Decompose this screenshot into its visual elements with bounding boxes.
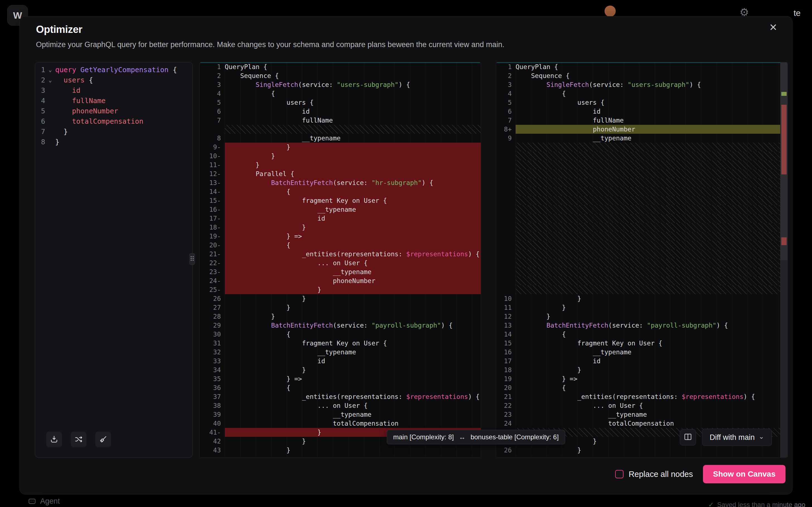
diff-filler-line xyxy=(496,223,788,232)
graphql-query-editor[interactable]: 1⌄query GetYearlyCompensation {2⌄ users … xyxy=(35,62,193,458)
plan-line: 2 Sequence { xyxy=(496,71,788,80)
plan-line: 24- phoneNumber xyxy=(200,276,481,285)
plan-line: 10 } xyxy=(496,294,788,303)
plan-line: 21- _entities(representations: $represen… xyxy=(200,249,481,259)
plan-line: 34 } xyxy=(200,365,481,375)
plan-line: 16 __typename xyxy=(496,348,788,356)
fold-spacer xyxy=(45,85,55,96)
plan-line: 35 } => xyxy=(200,375,481,383)
diff-filler-line xyxy=(496,169,788,178)
plan-line: 37 _entities(representations: $represent… xyxy=(200,392,481,401)
plan-line: 25- } xyxy=(200,285,481,294)
show-on-canvas-button[interactable]: Show on Canvas xyxy=(703,465,785,483)
diff-filler-line xyxy=(496,276,788,285)
diff-dropdown-label: Diff with main xyxy=(710,433,755,442)
download-button[interactable] xyxy=(46,432,62,447)
plan-line: 27 } xyxy=(200,303,481,312)
plan-line: 30 { xyxy=(200,330,481,339)
plan-line: 28 } xyxy=(200,312,481,321)
plan-line: 6 id xyxy=(200,107,481,116)
plan-line: 18- } xyxy=(200,223,481,232)
plan-line: 7 fullName xyxy=(200,116,481,125)
diff-filler-line xyxy=(496,232,788,241)
diff-filler-line xyxy=(496,196,788,205)
diff-change-indicator xyxy=(496,62,788,63)
plan-line: 31 fragment Key on User { xyxy=(200,339,481,348)
agent-label: Agent xyxy=(40,497,60,506)
diff-filler-line xyxy=(496,152,788,161)
plan-line: 13- BatchEntityFetch(service: "hr-subgra… xyxy=(200,178,481,187)
plan-line: 11- } xyxy=(200,161,481,169)
query-line: 2⌄ users { xyxy=(35,75,192,85)
plan-line: 29 BatchEntityFetch(service: "payroll-su… xyxy=(200,321,481,330)
plan-line: 4 { xyxy=(496,89,788,98)
query-plan-current[interactable]: 1QueryPlan {2 Sequence {3 SingleFetch(se… xyxy=(199,62,481,458)
plan-line: 23 __typename xyxy=(496,410,788,419)
replace-all-nodes-label: Replace all nodes xyxy=(628,470,693,479)
query-line: 8} xyxy=(35,137,192,147)
chevron-down-icon: ⌄ xyxy=(759,433,764,440)
fold-spacer xyxy=(45,106,55,116)
plan-line: 14- { xyxy=(200,187,481,196)
diff-overview-ruler[interactable] xyxy=(780,62,788,457)
download-icon xyxy=(50,435,58,444)
diff-filler-line xyxy=(200,125,481,134)
close-icon[interactable]: × xyxy=(765,19,781,35)
plan-line: 22- ... on User { xyxy=(200,259,481,268)
modal-footer: Replace all nodes Show on Canvas xyxy=(615,464,785,484)
diff-filler-line xyxy=(496,161,788,169)
shuffle-button[interactable] xyxy=(71,432,87,447)
save-status: ✓ Saved less than a minute ago xyxy=(708,501,805,507)
plan-line: 19 } => xyxy=(496,375,788,383)
clean-button[interactable] xyxy=(95,432,111,447)
diff-filler-line xyxy=(496,241,788,249)
plan-line: 10- } xyxy=(200,152,481,161)
fold-chevron-icon[interactable]: ⌄ xyxy=(45,75,55,85)
modal-subtitle: Optimize your GraphQL query for better p… xyxy=(36,40,504,49)
diff-filler-line xyxy=(496,205,788,214)
diff-with-dropdown[interactable]: Diff with main ⌄ xyxy=(702,429,772,446)
plan-line: 14 { xyxy=(496,330,788,339)
save-status-text: Saved less than a minute ago xyxy=(717,501,805,507)
query-plan-main[interactable]: 1QueryPlan {2 Sequence {3 SingleFetch(se… xyxy=(496,62,788,458)
plan-line: 9 __typename xyxy=(496,134,788,143)
left-right-arrow-icon: ↔ xyxy=(459,433,465,441)
broom-icon xyxy=(99,435,107,444)
plan-line: 22 ... on User { xyxy=(496,401,788,410)
fold-spacer xyxy=(45,116,55,126)
shuffle-icon xyxy=(74,435,83,444)
query-line: 1⌄query GetYearlyCompensation { xyxy=(35,65,192,75)
plan-line: 2 Sequence { xyxy=(200,71,481,80)
plan-line: 5 users { xyxy=(496,98,788,107)
fold-chevron-icon[interactable]: ⌄ xyxy=(45,65,55,75)
plan-line: 7 fullName xyxy=(496,116,788,125)
diff-filler-line xyxy=(496,143,788,152)
minimap-added-marker xyxy=(781,92,786,96)
check-icon: ✓ xyxy=(708,501,714,507)
agent-icon xyxy=(28,497,36,506)
plan-line: 32 __typename xyxy=(200,348,481,356)
columns-icon xyxy=(684,433,692,442)
query-line: 5 phoneNumber xyxy=(35,106,192,116)
agent-panel-label[interactable]: Agent xyxy=(28,497,60,506)
plan-line: 39 __typename xyxy=(200,410,481,419)
plan-line: 21 _entities(representations: $represent… xyxy=(496,392,788,401)
diff-change-indicator xyxy=(200,62,481,63)
plan-line: 3 SingleFetch(service: "users-subgraph")… xyxy=(496,80,788,89)
plan-line: 16- __typename xyxy=(200,205,481,214)
plan-line: 15 fragment Key on User { xyxy=(496,339,788,348)
plan-line: 1QueryPlan { xyxy=(496,62,788,71)
diff-filler-line xyxy=(496,249,788,259)
plan-line: 13 BatchEntityFetch(service: "payroll-su… xyxy=(496,321,788,330)
plan-line: 8 __typename xyxy=(200,134,481,143)
replace-all-nodes-checkbox[interactable] xyxy=(615,470,623,478)
plan-line: 5 users { xyxy=(200,98,481,107)
invite-button-partial[interactable]: te xyxy=(794,8,801,18)
query-line: 4 fullName xyxy=(35,96,192,106)
modal-title: Optimizer xyxy=(36,24,82,36)
tooltip-view-complexity: bonuses-table [Complexity: 6] xyxy=(470,433,559,441)
panel-resize-handle[interactable]: ⠿ xyxy=(189,253,195,265)
fold-spacer xyxy=(45,96,55,106)
split-view-toggle-button[interactable] xyxy=(680,429,696,445)
user-avatar[interactable] xyxy=(605,6,616,17)
